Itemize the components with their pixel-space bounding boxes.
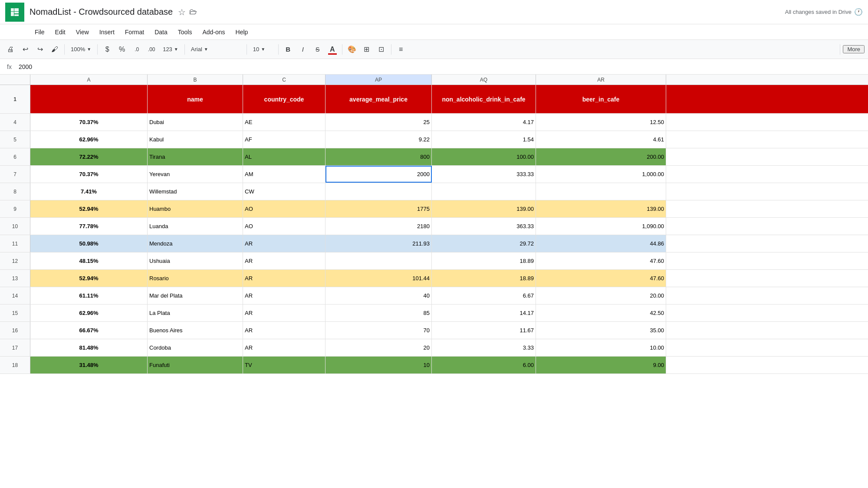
cell-13-col_aq[interactable]: 18.89	[432, 270, 536, 287]
menu-data[interactable]: Data	[150, 27, 172, 37]
cell-8-col_aq[interactable]	[432, 183, 536, 200]
text-color-button[interactable]: A	[326, 43, 339, 56]
cell-16-col_ar[interactable]: 35.00	[536, 322, 666, 339]
cell-14-col_aq[interactable]: 6.67	[432, 287, 536, 304]
cell-7-col_b[interactable]: Yerevan	[148, 166, 243, 183]
align-button[interactable]: ≡	[394, 43, 408, 56]
cell-18-col_ap[interactable]: 10	[326, 357, 432, 373]
cell-13-col_a[interactable]: 52.94%	[30, 270, 148, 287]
cell-17-col_a[interactable]: 81.48%	[30, 339, 148, 356]
cell-18-col_a[interactable]: 31.48%	[30, 357, 148, 373]
cell-16-col_ap[interactable]: 70	[326, 322, 432, 339]
cell-8-col_b[interactable]: Willemstad	[148, 183, 243, 200]
cell-10-col_aq[interactable]: 363.33	[432, 218, 536, 235]
cell-14-col_ap[interactable]: 40	[326, 287, 432, 304]
cell-12-col_ar[interactable]: 47.60	[536, 252, 666, 269]
cell-1ap[interactable]: average_meal_price	[326, 85, 432, 113]
bold-button[interactable]: B	[281, 43, 295, 56]
cell-6-col_c[interactable]: AL	[243, 148, 326, 165]
currency-button[interactable]: $	[100, 43, 114, 56]
cell-17-col_aq[interactable]: 3.33	[432, 339, 536, 356]
cell-16-col_b[interactable]: Buenos Aires	[148, 322, 243, 339]
cell-5-col_aq[interactable]: 1.54	[432, 131, 536, 148]
cell-15-col_a[interactable]: 62.96%	[30, 305, 148, 321]
cell-18-col_b[interactable]: Funafuti	[148, 357, 243, 373]
cell-7-col_a[interactable]: 70.37%	[30, 166, 148, 183]
cell-15-col_ap[interactable]: 85	[326, 305, 432, 321]
cell-15-col_ar[interactable]: 42.50	[536, 305, 666, 321]
cell-1a[interactable]	[30, 85, 148, 113]
print-button[interactable]: 🖨	[3, 43, 17, 56]
cell-15-col_c[interactable]: AR	[243, 305, 326, 321]
cell-4-col_b[interactable]: Dubai	[148, 114, 243, 131]
cell-11-col_ap[interactable]: 211.93	[326, 235, 432, 252]
star-icon[interactable]: ☆	[178, 7, 186, 17]
cell-10-col_a[interactable]: 77.78%	[30, 218, 148, 235]
col-header-c[interactable]: C	[243, 75, 326, 85]
redo-button[interactable]: ↪	[33, 43, 47, 56]
cell-14-col_a[interactable]: 61.11%	[30, 287, 148, 304]
cell-8-col_ap[interactable]	[326, 183, 432, 200]
font-size-dropdown[interactable]: 10 ▼	[250, 43, 276, 56]
italic-button[interactable]: I	[296, 43, 310, 56]
cell-12-col_aq[interactable]: 18.89	[432, 252, 536, 269]
menu-format[interactable]: Format	[121, 27, 148, 37]
cell-16-col_aq[interactable]: 11.67	[432, 322, 536, 339]
cell-18-col_aq[interactable]: 6.00	[432, 357, 536, 373]
cell-4-col_a[interactable]: 70.37%	[30, 114, 148, 131]
cell-17-col_ar[interactable]: 10.00	[536, 339, 666, 356]
cell-17-col_c[interactable]: AR	[243, 339, 326, 356]
cell-9-col_ar[interactable]: 139.00	[536, 200, 666, 217]
cell-6-col_ar[interactable]: 200.00	[536, 148, 666, 165]
cell-12-col_b[interactable]: Ushuaia	[148, 252, 243, 269]
cell-12-col_c[interactable]: AR	[243, 252, 326, 269]
cell-11-col_b[interactable]: Mendoza	[148, 235, 243, 252]
cell-8-col_c[interactable]: CW	[243, 183, 326, 200]
cell-5-col_ar[interactable]: 4.61	[536, 131, 666, 148]
cell-15-col_aq[interactable]: 14.17	[432, 305, 536, 321]
menu-insert[interactable]: Insert	[95, 27, 119, 37]
cell-10-col_ap[interactable]: 2180	[326, 218, 432, 235]
cell-17-col_b[interactable]: Cordoba	[148, 339, 243, 356]
cell-10-col_b[interactable]: Luanda	[148, 218, 243, 235]
font-dropdown[interactable]: Arial ▼	[187, 43, 244, 56]
cell-8-col_a[interactable]: 7.41%	[30, 183, 148, 200]
cell-17-col_ap[interactable]: 20	[326, 339, 432, 356]
cell-13-col_ap[interactable]: 101.44	[326, 270, 432, 287]
col-header-a[interactable]: A	[30, 75, 148, 85]
cell-9-col_c[interactable]: AO	[243, 200, 326, 217]
menu-edit[interactable]: Edit	[51, 27, 70, 37]
paint-format-button[interactable]: 🖌	[48, 43, 62, 56]
decimal-more-button[interactable]: .00	[145, 43, 158, 56]
cell-15-col_b[interactable]: La Plata	[148, 305, 243, 321]
fill-color-button[interactable]: 🎨	[345, 43, 359, 56]
cell-9-col_b[interactable]: Huambo	[148, 200, 243, 217]
cell-5-col_a[interactable]: 62.96%	[30, 131, 148, 148]
cell-11-col_a[interactable]: 50.98%	[30, 235, 148, 252]
cell-7-col_c[interactable]: AM	[243, 166, 326, 183]
cell-7-col_ar[interactable]: 1,000.00	[536, 166, 666, 183]
formula-input[interactable]	[19, 63, 865, 70]
menu-addons[interactable]: Add-ons	[198, 27, 229, 37]
cell-6-col_aq[interactable]: 100.00	[432, 148, 536, 165]
undo-button[interactable]: ↩	[18, 43, 32, 56]
cell-1b[interactable]: name	[148, 85, 243, 113]
cell-1ar[interactable]: beer_in_cafe	[536, 85, 666, 113]
cell-11-col_aq[interactable]: 29.72	[432, 235, 536, 252]
cell-4-col_ap[interactable]: 25	[326, 114, 432, 131]
menu-file[interactable]: File	[30, 27, 49, 37]
col-header-ar[interactable]: AR	[536, 75, 666, 85]
cell-5-col_c[interactable]: AF	[243, 131, 326, 148]
cell-14-col_ar[interactable]: 20.00	[536, 287, 666, 304]
percent-button[interactable]: %	[115, 43, 129, 56]
cell-13-col_ar[interactable]: 47.60	[536, 270, 666, 287]
strikethrough-button[interactable]: S	[311, 43, 325, 56]
cell-7-col_ap[interactable]: 2000	[326, 166, 432, 183]
decimal-less-button[interactable]: .0	[130, 43, 144, 56]
cell-1aq[interactable]: non_alcoholic_drink_in_cafe	[432, 85, 536, 113]
cell-13-col_b[interactable]: Rosario	[148, 270, 243, 287]
cell-9-col_aq[interactable]: 139.00	[432, 200, 536, 217]
cell-5-col_ap[interactable]: 9.22	[326, 131, 432, 148]
more-button[interactable]: More	[843, 45, 865, 53]
cell-6-col_ap[interactable]: 800	[326, 148, 432, 165]
